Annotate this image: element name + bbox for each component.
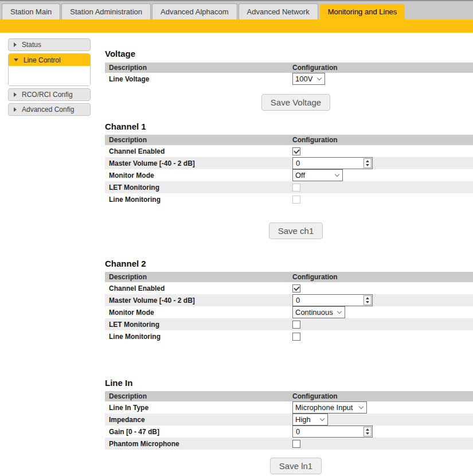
spinner-down-icon[interactable] [364, 301, 371, 305]
line-monitoring-checkbox-ch1 [292, 196, 300, 204]
tab-advanced-alphacom[interactable]: Advanced Alphacom [152, 3, 237, 19]
line-in-table: Description Configuration Line In Type M… [105, 391, 473, 450]
spinner[interactable] [363, 158, 372, 168]
tab-bar: Station Main Station Administration Adva… [0, 0, 473, 19]
sidebar-item-advanced-config[interactable]: Advanced Config [8, 103, 91, 116]
sidebar: Status Line Control RCO/RCI Config Advan… [8, 38, 91, 118]
let-monitoring-checkbox-ch2[interactable] [292, 321, 300, 329]
table-row: Impedance High [105, 413, 473, 426]
section-title-line-in: Line In [105, 378, 473, 388]
save-ln1-button[interactable]: Save ln1 [270, 458, 322, 474]
table-row: Line Voltage 100V [105, 73, 473, 85]
spinner[interactable] [363, 295, 372, 305]
column-header-configuration: Configuration [292, 136, 473, 144]
label-master-volume: Master Volume [-40 - 2 dB] [105, 296, 292, 305]
tab-advanced-network[interactable]: Advanced Network [239, 3, 318, 19]
line-monitoring-checkbox-ch2[interactable] [292, 333, 300, 341]
channel1-table: Description Configuration Channel Enable… [105, 135, 473, 205]
column-header-configuration: Configuration [292, 392, 473, 400]
let-monitoring-checkbox-ch1 [292, 184, 300, 192]
chevron-right-icon [14, 107, 17, 112]
spinner-down-icon[interactable] [364, 163, 371, 168]
label-gain: Gain [0 - 47 dB] [105, 428, 292, 436]
sidebar-panel-line-control [9, 66, 90, 85]
master-volume-input-ch1[interactable] [294, 158, 363, 168]
table-row: Channel Enabled [105, 145, 473, 157]
voltage-table: Description Configuration Line Voltage 1… [105, 63, 473, 85]
tab-station-main[interactable]: Station Main [2, 3, 60, 19]
save-ch1-button[interactable]: Save ch1 [269, 223, 323, 239]
table-header: Description Configuration [105, 135, 473, 145]
tab-station-administration[interactable]: Station Administration [61, 3, 151, 19]
sidebar-item-status[interactable]: Status [8, 38, 91, 51]
table-row: Line In Type Microphone Input [105, 401, 473, 413]
label-monitor-mode: Monitor Mode [105, 309, 292, 317]
chevron-right-icon [14, 92, 17, 97]
spinner-up-icon[interactable] [364, 159, 371, 163]
section-title-channel1: Channel 1 [105, 122, 473, 131]
label-master-volume: Master Volume [-40 - 2 dB] [105, 159, 292, 167]
label-let-monitoring: LET Monitoring [105, 321, 292, 329]
sidebar-item-label: Status [22, 41, 41, 49]
spinner-down-icon[interactable] [364, 432, 371, 436]
sidebar-item-label: RCO/RCI Config [22, 91, 73, 99]
column-header-description: Description [105, 64, 292, 72]
label-impedance: Impedance [105, 416, 292, 424]
sidebar-group-line-control: Line Control [8, 53, 91, 86]
table-header: Description Configuration [105, 272, 473, 282]
master-volume-input-ch2[interactable] [294, 295, 363, 305]
chevron-down-icon [14, 58, 18, 61]
line-voltage-select[interactable]: 100V [292, 73, 325, 85]
column-header-description: Description [105, 273, 292, 281]
column-header-description: Description [105, 136, 292, 144]
table-row: LET Monitoring [105, 181, 473, 193]
accent-bar [0, 19, 473, 33]
table-row: Master Volume [-40 - 2 dB] [105, 157, 473, 169]
spinner-up-icon[interactable] [364, 296, 371, 301]
channel-enabled-checkbox-ch1[interactable] [292, 147, 300, 155]
channel-enabled-checkbox-ch2[interactable] [292, 284, 300, 292]
sidebar-item-label: Advanced Config [22, 106, 74, 114]
save-voltage-button[interactable]: Save Voltage [261, 94, 330, 111]
table-row: Gain [0 - 47 dB] [105, 426, 473, 438]
label-channel-enabled: Channel Enabled [105, 284, 292, 292]
label-line-in-type: Line In Type [105, 404, 292, 412]
table-row: Line Monitoring [105, 193, 473, 205]
monitor-mode-select-ch1[interactable]: Off [292, 169, 343, 181]
column-header-configuration: Configuration [292, 273, 473, 281]
phantom-microphone-checkbox[interactable] [292, 440, 300, 448]
label-let-monitoring: LET Monitoring [105, 184, 292, 192]
table-header: Description Configuration [105, 63, 473, 73]
table-row: Monitor Mode Off [105, 169, 473, 181]
sidebar-item-label: Line Control [24, 56, 61, 64]
label-line-monitoring: Line Monitoring [105, 333, 292, 341]
label-channel-enabled: Channel Enabled [105, 147, 292, 155]
spinner[interactable] [363, 427, 372, 436]
column-header-description: Description [105, 392, 292, 400]
gain-input[interactable] [294, 427, 363, 436]
table-row: Monitor Mode Continuous [105, 306, 473, 318]
sidebar-item-rco-rci-config[interactable]: RCO/RCI Config [8, 88, 91, 101]
table-row: Master Volume [-40 - 2 dB] [105, 294, 473, 306]
label-monitor-mode: Monitor Mode [105, 171, 292, 180]
label-line-voltage: Line Voltage [105, 75, 292, 83]
monitor-mode-select-ch2[interactable]: Continuous [292, 306, 345, 318]
chevron-right-icon [14, 42, 17, 47]
table-row: LET Monitoring [105, 318, 473, 330]
table-row: Channel Enabled [105, 282, 473, 294]
table-row: Phantom Microphone [105, 438, 473, 450]
impedance-select[interactable]: High [292, 413, 328, 426]
section-title-channel2: Channel 2 [105, 259, 473, 268]
tab-monitoring-and-lines[interactable]: Monitoring and Lines [319, 3, 406, 19]
line-in-type-select[interactable]: Microphone Input [292, 401, 367, 413]
label-phantom-microphone: Phantom Microphone [105, 440, 292, 448]
spinner-up-icon[interactable] [364, 427, 371, 432]
table-header: Description Configuration [105, 391, 473, 401]
table-row: Line Monitoring [105, 330, 473, 342]
channel2-table: Description Configuration Channel Enable… [105, 272, 473, 342]
column-header-configuration: Configuration [292, 64, 473, 72]
label-line-monitoring: Line Monitoring [105, 196, 292, 204]
section-title-voltage: Voltage [105, 49, 473, 58]
sidebar-item-line-control[interactable]: Line Control [9, 54, 90, 66]
